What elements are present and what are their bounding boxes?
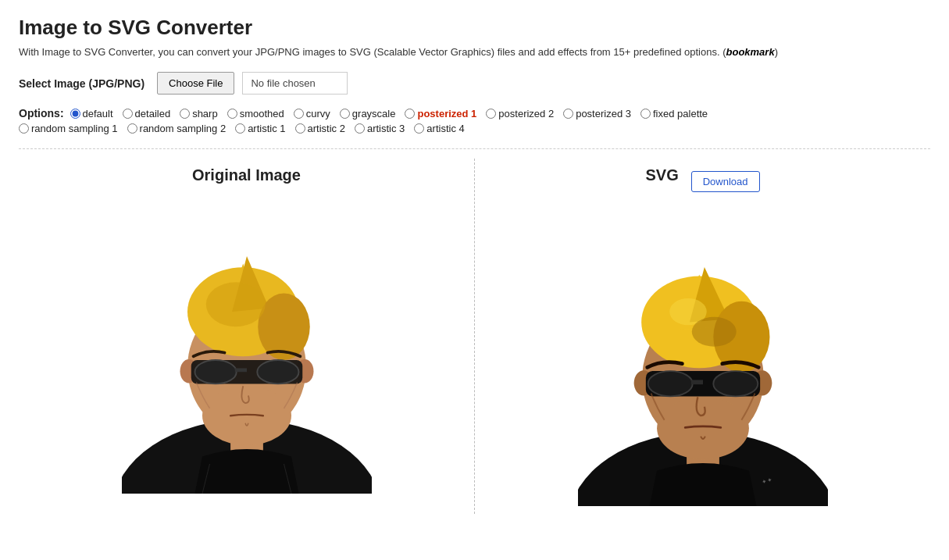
- option-artistic3[interactable]: artistic 3: [355, 123, 405, 134]
- option-smoothed[interactable]: smoothed: [227, 108, 284, 119]
- svg-point-30: [648, 371, 692, 396]
- divider: [19, 148, 930, 149]
- option-random1[interactable]: random sampling 1: [19, 123, 118, 134]
- option-curvy[interactable]: curvy: [294, 108, 330, 119]
- panels-container: Original Image: [19, 159, 930, 514]
- svg-rect-14: [234, 368, 246, 372]
- options-section: Options: default detailed sharp smoothed…: [19, 107, 930, 134]
- option-artistic4[interactable]: artistic 4: [414, 123, 464, 134]
- original-image-panel: Original Image: [19, 159, 475, 514]
- choose-file-button[interactable]: Choose File: [157, 72, 234, 95]
- svg-point-12: [194, 360, 236, 383]
- svg-panel-title: SVG: [645, 166, 678, 184]
- svg-panel-header: SVG Download: [645, 166, 759, 197]
- page-title: Image to SVG Converter: [19, 16, 930, 40]
- option-fixed-palette[interactable]: fixed palette: [640, 108, 708, 119]
- option-posterized3[interactable]: posterized 3: [563, 108, 631, 119]
- bookmark-link[interactable]: bookmark: [726, 46, 775, 58]
- page-subtitle: With Image to SVG Converter, you can con…: [19, 46, 930, 58]
- option-posterized2[interactable]: posterized 2: [486, 108, 554, 119]
- option-artistic1[interactable]: artistic 1: [235, 123, 285, 134]
- download-button[interactable]: Download: [691, 171, 760, 192]
- no-file-text: No file chosen: [242, 72, 347, 95]
- svg-point-26: [691, 317, 736, 347]
- option-sharp[interactable]: sharp: [180, 108, 218, 119]
- option-detailed[interactable]: detailed: [123, 108, 171, 119]
- svg-point-7: [258, 294, 310, 361]
- svg-output-panel: SVG Download: [475, 159, 930, 514]
- options-label: Options:: [19, 107, 64, 119]
- option-random2[interactable]: random sampling 2: [127, 123, 227, 134]
- original-panel-title: Original Image: [192, 166, 301, 184]
- option-grayscale[interactable]: grayscale: [340, 108, 396, 119]
- svg-point-3: [202, 386, 291, 445]
- file-section: Select Image (JPG/PNG) Choose File No fi…: [19, 72, 930, 95]
- svg-point-13: [257, 360, 298, 383]
- options-row-2: random sampling 1 random sampling 2 arti…: [19, 123, 930, 134]
- svg-output-image: ✦✦: [578, 209, 828, 506]
- svg-point-8: [205, 282, 265, 326]
- svg-point-20: [657, 397, 749, 459]
- option-default[interactable]: default: [70, 108, 113, 119]
- options-row-1: Options: default detailed sharp smoothed…: [19, 107, 930, 119]
- svg-rect-32: [690, 380, 702, 385]
- option-posterized1[interactable]: posterized 1: [405, 108, 476, 119]
- option-artistic2[interactable]: artistic 2: [295, 123, 345, 134]
- svg-point-31: [713, 371, 758, 396]
- file-section-label: Select Image (JPG/PNG): [19, 77, 144, 90]
- original-image: [122, 197, 372, 494]
